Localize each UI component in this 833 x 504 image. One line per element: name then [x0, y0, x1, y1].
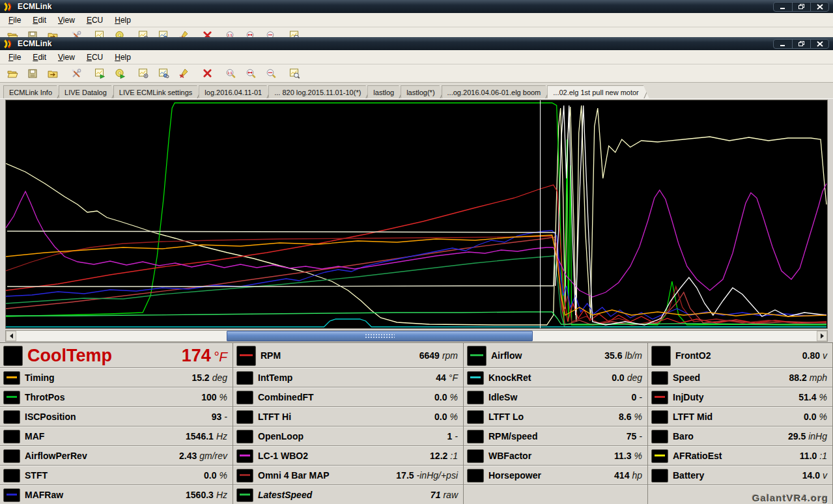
- param-row-iscposition[interactable]: ISCPosition93-: [0, 407, 233, 427]
- param-row-wbfactor[interactable]: WBFactor11.3%: [464, 446, 647, 466]
- menu-file[interactable]: File: [3, 51, 27, 64]
- chart-settings-alt-button[interactable]: [158, 30, 169, 37]
- param-row-timing[interactable]: Timing15.2deg: [0, 368, 233, 387]
- menu-file[interactable]: File: [3, 14, 27, 27]
- param-row-speed[interactable]: Speed88.2mph: [648, 368, 832, 387]
- param-unit: %: [819, 392, 827, 402]
- trace-color-swatch: [3, 391, 20, 404]
- datalog-graph[interactable]: [5, 100, 828, 329]
- menu-edit[interactable]: Edit: [27, 14, 52, 27]
- close-folder-button[interactable]: [47, 68, 59, 79]
- param-row-cooltemp[interactable]: CoolTemp174°F: [0, 343, 233, 368]
- param-row-throtpos[interactable]: ThrotPos100%: [0, 387, 233, 407]
- zoom-horizontal-button[interactable]: [245, 30, 257, 37]
- param-row-ltft-mid[interactable]: LTFT Mid0.0%: [648, 407, 832, 427]
- trace-color-swatch: [651, 391, 668, 404]
- param-row-rpm[interactable]: RPM6649rpm: [233, 343, 463, 368]
- tab-log-2016-04-11-01[interactable]: log.2016.04.11-01: [199, 85, 272, 98]
- scroll-left-button[interactable]: [6, 331, 16, 341]
- save-file-button[interactable]: [27, 30, 38, 37]
- menu-view[interactable]: View: [52, 51, 81, 64]
- tab-og-2016-04-06-01-elg-boom[interactable]: ...og.2016.04.06-01.elg boom: [442, 85, 552, 98]
- param-row-latestspeed[interactable]: LatestSpeed71raw: [233, 485, 463, 504]
- chart-settings-alt-button[interactable]: [158, 68, 169, 79]
- param-row-omni-4-bar-map[interactable]: Omni 4 Bar MAP17.5-inHg/+psi: [233, 466, 463, 485]
- menu-ecu[interactable]: ECU: [81, 14, 109, 27]
- tab-live-ecmlink-settings[interactable]: LIVE ECMLink settings: [113, 85, 203, 98]
- param-value: 75: [627, 431, 637, 441]
- param-row-rpm-speed[interactable]: RPM/speed75-: [464, 427, 647, 446]
- chart-settings-button[interactable]: [137, 68, 149, 79]
- scroll-thumb[interactable]: [227, 331, 532, 341]
- close-button[interactable]: [810, 3, 828, 11]
- param-row-combinedft[interactable]: CombinedFT0.0%: [233, 387, 463, 407]
- param-row-inttemp[interactable]: IntTemp44°F: [233, 368, 463, 387]
- param-row-horsepower[interactable]: Horsepower414hp: [464, 466, 647, 485]
- save-file-button[interactable]: [27, 68, 38, 79]
- tab-ecmlink-info[interactable]: ECMLink Info: [3, 85, 63, 98]
- chart-run-button[interactable]: [94, 30, 106, 37]
- param-row-stft[interactable]: STFT0.0%: [0, 466, 233, 485]
- param-unit: :1: [819, 451, 827, 461]
- toolbar: 1:1: [0, 64, 833, 83]
- cd-run-button[interactable]: [114, 30, 126, 37]
- param-row-battery[interactable]: Battery14.0v: [648, 466, 832, 485]
- param-row-maf[interactable]: MAF1546.1Hz: [0, 427, 233, 446]
- tab-820-log-2015-11-01-10[interactable]: ... 820 log.2015.11.01-10(*): [268, 85, 371, 98]
- restore-button[interactable]: [792, 40, 810, 48]
- menu-help[interactable]: Help: [109, 51, 137, 64]
- marker-tools-button[interactable]: [178, 30, 190, 37]
- zoom-custom-button[interactable]: [265, 30, 277, 37]
- minimize-button[interactable]: [774, 40, 792, 48]
- param-row-ltft-hi[interactable]: LTFT Hi0.0%: [233, 407, 463, 427]
- param-row-baro[interactable]: Baro29.5inHg: [648, 427, 832, 446]
- param-row-openloop[interactable]: OpenLoop1-: [233, 427, 463, 446]
- param-row-lc-1-wbo2[interactable]: LC-1 WBO212.2:1: [233, 446, 463, 466]
- param-row-injduty[interactable]: InjDuty51.4%: [648, 387, 832, 407]
- cd-run-button[interactable]: [114, 68, 126, 79]
- param-value: 1: [447, 431, 453, 441]
- param-row-afratioest[interactable]: AFRatioEst11.0:1: [648, 446, 832, 466]
- close-folder-button[interactable]: [47, 30, 59, 37]
- chart-zoom-button[interactable]: [289, 30, 300, 37]
- menu-view[interactable]: View: [52, 14, 81, 27]
- scroll-track[interactable]: [16, 331, 817, 341]
- minimize-button[interactable]: [774, 3, 792, 11]
- marker-tools-button[interactable]: [178, 68, 190, 79]
- param-row-knockret[interactable]: KnockRet0.0deg: [464, 368, 647, 387]
- param-row-ltft-lo[interactable]: LTFT Lo8.6%: [464, 407, 647, 427]
- param-row-airflow[interactable]: Airflow35.6lb/m: [464, 343, 647, 368]
- chart-zoom-button[interactable]: [289, 68, 300, 79]
- graph-cursor-line[interactable]: [540, 100, 541, 328]
- menu-edit[interactable]: Edit: [27, 51, 52, 64]
- param-value: 15.2: [191, 372, 209, 383]
- chart-settings-button[interactable]: [137, 30, 149, 37]
- menu-ecu[interactable]: ECU: [81, 51, 109, 64]
- zoom-one-to-one-button[interactable]: 1:1: [225, 68, 236, 79]
- tools-button[interactable]: [70, 30, 82, 37]
- close-button[interactable]: [810, 40, 828, 48]
- restore-button[interactable]: [792, 3, 810, 11]
- open-file-button[interactable]: [7, 68, 18, 79]
- menu-help[interactable]: Help: [109, 14, 137, 27]
- param-value: 44: [436, 372, 446, 383]
- param-value: 29.5: [788, 431, 806, 441]
- trace-color-swatch: [651, 449, 668, 463]
- param-row-airflowperrev[interactable]: AirflowPerRev2.43gm/rev: [0, 446, 233, 466]
- tools-button[interactable]: [70, 68, 82, 79]
- zoom-horizontal-button[interactable]: [245, 68, 257, 79]
- delete-x-button[interactable]: [201, 68, 213, 79]
- open-file-button[interactable]: [7, 30, 18, 37]
- tab-02-elg-1st-pull-new-motor[interactable]: ...02.elg 1st pull new motor: [547, 85, 649, 98]
- zoom-one-to-one-button[interactable]: 1:1: [225, 30, 236, 37]
- param-row-fronto2[interactable]: FrontO20.80v: [648, 343, 832, 368]
- zoom-custom-button[interactable]: [265, 68, 277, 79]
- delete-x-button[interactable]: [201, 30, 213, 37]
- param-row-mafraw[interactable]: MAFRaw1560.3Hz: [0, 485, 233, 504]
- scroll-right-button[interactable]: [817, 331, 827, 341]
- param-row-idlesw[interactable]: IdleSw0-: [464, 387, 647, 407]
- chart-run-button[interactable]: [94, 68, 106, 79]
- tab-live-datalog[interactable]: LIVE Datalog: [59, 85, 117, 98]
- tab-lastlog[interactable]: lastlog: [367, 85, 404, 98]
- tab-lastlog[interactable]: lastlog(*): [401, 85, 445, 98]
